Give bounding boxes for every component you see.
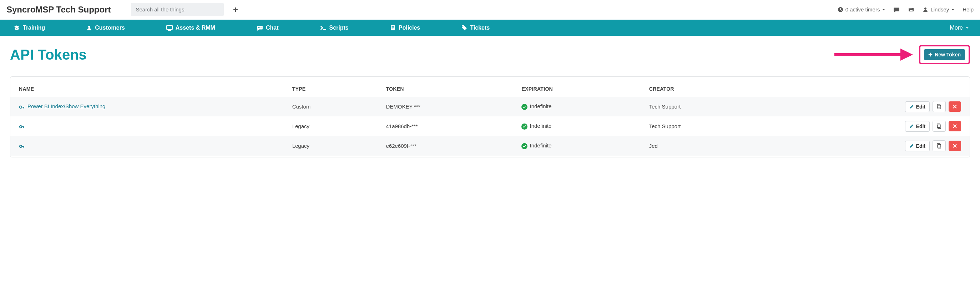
check-circle-icon <box>522 123 527 129</box>
table-row: Power BI Index/Show EverythingCustomDEMO… <box>10 97 970 117</box>
copy-button[interactable] <box>932 101 946 112</box>
copy-button[interactable] <box>932 140 946 152</box>
nav-label: Chat <box>266 25 279 31</box>
delete-button[interactable] <box>948 141 961 151</box>
plus-icon <box>233 7 238 12</box>
copy-icon <box>937 123 942 129</box>
svg-marker-20 <box>900 49 913 61</box>
check-circle-icon <box>522 143 527 149</box>
token-creator: Jed <box>641 136 769 156</box>
nav-item-training[interactable]: Training <box>7 20 51 36</box>
edit-button[interactable]: Edit <box>905 141 930 152</box>
user-label: Lindsey <box>931 6 949 13</box>
new-token-button[interactable]: New Token <box>924 49 965 60</box>
main-nav: Training Customers Assets & RMM Chat Scr… <box>0 20 980 36</box>
nav-item-chat[interactable]: Chat <box>250 20 285 36</box>
annotation-arrow <box>834 46 913 63</box>
tag-icon <box>461 25 467 31</box>
nav-item-scripts[interactable]: Scripts <box>314 20 355 36</box>
pencil-icon <box>909 124 914 129</box>
close-icon <box>953 144 957 148</box>
token-value: 41a986db-*** <box>377 117 513 136</box>
new-token-highlight: New Token <box>919 45 970 64</box>
edit-button[interactable]: Edit <box>905 101 930 112</box>
active-timers-menu[interactable]: 0 active timers <box>838 6 886 13</box>
user-icon <box>923 7 928 13</box>
nav-label: Scripts <box>329 25 349 31</box>
col-creator: CREATOR <box>641 81 769 97</box>
col-actions <box>769 81 970 97</box>
close-icon <box>953 104 957 109</box>
token-value: e62e609f-*** <box>377 136 513 156</box>
token-creator: Tech Support <box>641 97 769 117</box>
nav-item-policies[interactable]: Policies <box>383 20 426 36</box>
tokens-table: NAME TYPE TOKEN EXPIRATION CREATOR Power… <box>10 81 970 156</box>
close-icon <box>953 124 957 129</box>
app-title: SyncroMSP Tech Support <box>6 5 111 14</box>
nav-label: Training <box>23 25 45 31</box>
nav-more-menu[interactable]: More <box>947 25 973 31</box>
nav-label: Customers <box>95 25 125 31</box>
table-row: Legacy41a986db-***IndefiniteTech Support… <box>10 117 970 136</box>
nav-label: Tickets <box>470 25 490 31</box>
col-type: TYPE <box>284 81 378 97</box>
caret-down-icon <box>951 8 955 11</box>
graduation-cap-icon <box>14 25 20 31</box>
copy-button[interactable] <box>932 121 946 132</box>
pencil-icon <box>909 104 914 109</box>
messages-icon[interactable] <box>893 6 900 13</box>
caret-down-icon <box>882 8 885 11</box>
copy-icon <box>937 143 942 148</box>
keyboard-shortcuts-icon[interactable] <box>908 7 915 13</box>
copy-icon <box>937 104 942 109</box>
key-icon <box>19 124 25 129</box>
monitor-icon <box>166 25 173 31</box>
clock-icon <box>838 7 843 13</box>
nav-label: Assets & RMM <box>176 25 215 31</box>
nav-more-label: More <box>950 25 963 31</box>
pencil-icon <box>909 144 914 148</box>
help-link[interactable]: Help <box>963 6 974 13</box>
col-token: TOKEN <box>377 81 513 97</box>
nav-item-assets[interactable]: Assets & RMM <box>160 20 222 36</box>
token-expiration: Indefinite <box>513 117 640 136</box>
caret-down-icon <box>965 26 969 30</box>
col-expiration: EXPIRATION <box>513 81 640 97</box>
token-type: Legacy <box>284 136 378 156</box>
token-type: Legacy <box>284 117 378 136</box>
timers-label: 0 active timers <box>845 6 880 13</box>
user-menu[interactable]: Lindsey <box>923 6 955 13</box>
nav-label: Policies <box>399 25 420 31</box>
delete-button[interactable] <box>948 121 961 131</box>
chat-icon <box>256 25 263 31</box>
terminal-icon <box>320 25 326 31</box>
add-button[interactable] <box>229 7 242 12</box>
token-creator: Tech Support <box>641 117 769 136</box>
key-icon <box>19 144 25 149</box>
nav-item-customers[interactable]: Customers <box>80 20 131 36</box>
token-type: Custom <box>284 97 378 117</box>
token-value: DEMOKEY-*** <box>377 97 513 117</box>
token-name[interactable]: Power BI Index/Show Everything <box>27 103 105 109</box>
token-expiration: Indefinite <box>513 136 640 156</box>
tokens-table-card: NAME TYPE TOKEN EXPIRATION CREATOR Power… <box>10 77 970 157</box>
document-icon <box>390 25 396 31</box>
check-circle-icon <box>522 104 527 110</box>
page-title: API Tokens <box>10 47 87 63</box>
col-name: NAME <box>10 81 284 97</box>
new-token-label: New Token <box>935 52 961 57</box>
token-expiration: Indefinite <box>513 97 640 117</box>
key-icon <box>19 104 25 110</box>
search-input[interactable] <box>131 3 224 16</box>
user-icon <box>86 25 92 31</box>
delete-button[interactable] <box>948 101 961 112</box>
table-row: Legacye62e609f-***IndefiniteJedEdit <box>10 136 970 156</box>
plus-icon <box>928 53 932 57</box>
nav-item-tickets[interactable]: Tickets <box>455 20 496 36</box>
edit-button[interactable]: Edit <box>905 121 930 132</box>
